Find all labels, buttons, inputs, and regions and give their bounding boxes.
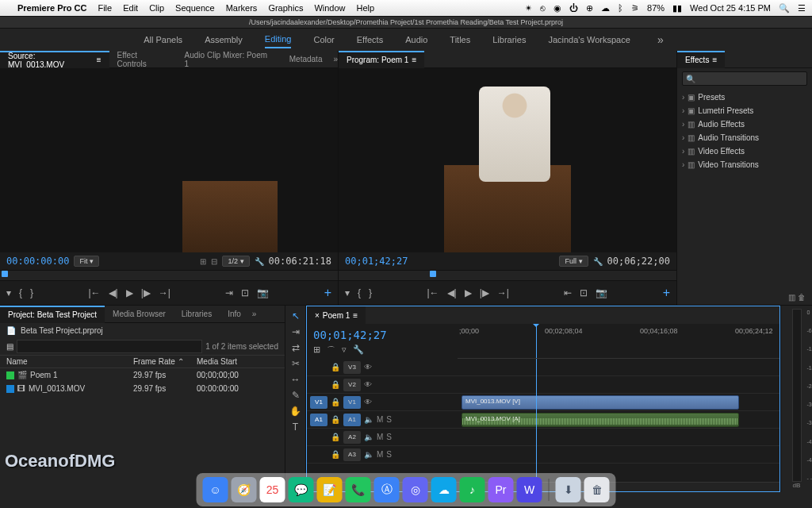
snap-icon[interactable]: ⊞ [313, 344, 320, 356]
program-scrubber[interactable] [339, 270, 676, 281]
playhead-icon[interactable] [536, 324, 537, 358]
project-row[interactable]: 🎬Poem 1 29.97 fps 00;00;00;00 [0, 368, 285, 382]
safe-margins-icon[interactable]: ⊟ [211, 257, 217, 266]
tab-sequence[interactable]: × Poem 1 ≡ [307, 306, 366, 324]
tab-info[interactable]: Info [220, 306, 249, 323]
razor-tool-icon[interactable]: ✂ [292, 358, 300, 369]
dock-messages[interactable]: 💬 [289, 477, 314, 502]
effects-search-input[interactable] [695, 75, 803, 83]
status-icon[interactable]: ✴ [525, 3, 532, 13]
dock-spotify[interactable]: ♪ [460, 477, 485, 502]
battery-pct[interactable]: 87% [647, 3, 665, 13]
wifi-icon[interactable]: ⚞ [631, 3, 639, 13]
clock[interactable]: Wed Oct 25 4:15 PM [690, 3, 771, 13]
go-out-icon[interactable]: →| [159, 287, 170, 298]
ws-overflow[interactable]: » [653, 33, 668, 46]
play-icon[interactable]: ▶ [465, 287, 472, 298]
track-v3[interactable]: 🔒V3👁 [307, 359, 458, 376]
ws-audio[interactable]: Audio [405, 32, 427, 48]
step-back-icon[interactable]: ◀| [109, 287, 118, 298]
tab-metadata[interactable]: Metadata [282, 51, 331, 68]
extract-icon[interactable]: ⊡ [580, 287, 588, 298]
play-icon[interactable]: ▶ [126, 287, 133, 298]
ws-all-panels[interactable]: All Panels [144, 32, 182, 48]
tab-libraries[interactable]: Libraries [174, 306, 220, 323]
marker-icon[interactable]: ▾ [6, 287, 11, 298]
dock-trash[interactable]: 🗑 [584, 477, 610, 502]
tab-program[interactable]: Program: Poem 1 ≡ [339, 51, 424, 68]
dock-facetime[interactable]: 📞 [346, 477, 371, 502]
ws-assembly[interactable]: Assembly [205, 32, 243, 48]
add-button-icon[interactable]: + [324, 286, 331, 300]
tab-effect-controls[interactable]: Effect Controls [109, 51, 177, 68]
marker-icon[interactable]: ▾ [345, 287, 350, 298]
menu-file[interactable]: File [98, 3, 112, 13]
ws-color[interactable]: Color [313, 32, 334, 48]
clip-audio[interactable]: MVI_0013.MOV [A] [462, 413, 739, 427]
track-a2[interactable]: 🔒A2🔈MS [307, 429, 458, 446]
step-back-icon[interactable]: ◀| [447, 287, 457, 298]
timeline-clips-area[interactable]: MVI_0013.MOV [V] MVI_0013.MOV [A] [458, 359, 779, 482]
effects-item-lumetri[interactable]: ›▣Lumetri Presets [677, 104, 812, 117]
source-video[interactable] [0, 68, 338, 252]
go-out-icon[interactable]: →| [497, 287, 509, 298]
bluetooth-icon[interactable]: ᛒ [618, 3, 623, 13]
panel-menu-icon[interactable]: ≡ [412, 56, 416, 64]
tab-media-browser[interactable]: Media Browser [105, 306, 174, 323]
panel-menu-icon[interactable]: ≡ [353, 311, 358, 320]
safe-margins-icon[interactable]: ⊞ [200, 257, 206, 266]
menu-edit[interactable]: Edit [123, 3, 138, 13]
effects-item-audio-tr[interactable]: ›▥Audio Transitions [677, 131, 812, 144]
lift-icon[interactable]: ⇤ [564, 287, 572, 298]
effects-search[interactable]: 🔍 [682, 71, 807, 86]
overflow-icon[interactable]: » [252, 310, 257, 318]
insert-icon[interactable]: ⇥ [225, 287, 233, 298]
dock-app[interactable]: ◎ [403, 477, 428, 502]
menu-window[interactable]: Window [314, 3, 345, 13]
menu-help[interactable]: Help [357, 3, 375, 13]
slip-tool-icon[interactable]: ↔ [291, 374, 301, 385]
menu-clip[interactable]: Clip [149, 3, 164, 13]
status-icon[interactable]: ⎋ [540, 3, 546, 13]
tab-source[interactable]: Source: MVI_0013.MOV ≡ [0, 51, 109, 68]
col-start[interactable]: Media Start [197, 357, 260, 366]
overflow-icon[interactable]: » [333, 55, 338, 64]
overwrite-icon[interactable]: ⊡ [241, 287, 249, 298]
dock-downloads[interactable]: ⬇ [556, 477, 581, 502]
track-select-tool-icon[interactable]: ⇥ [292, 326, 300, 337]
spotlight-icon[interactable]: 🔍 [779, 3, 790, 13]
project-row[interactable]: 🎞MVI_0013.MOV 29.97 fps 00:00:00:00 [0, 382, 285, 395]
clip-video[interactable]: MVI_0013.MOV [V] [462, 395, 739, 410]
status-icon[interactable]: ⏻ [569, 3, 578, 13]
ws-libraries[interactable]: Libraries [492, 32, 526, 48]
battery-icon[interactable]: ▮▮ [672, 3, 682, 13]
program-tc-in[interactable]: 00;01;42;27 [345, 256, 408, 267]
track-v1[interactable]: V1🔒V1👁 [307, 394, 458, 411]
settings-icon[interactable]: 🔧 [593, 257, 603, 266]
dock-appstore[interactable]: Ⓐ [374, 477, 400, 502]
dock-word[interactable]: W [517, 477, 542, 502]
dock-safari[interactable]: 🧭 [232, 477, 257, 502]
link-icon[interactable]: ⌒ [327, 344, 335, 356]
source-res[interactable]: 1/2 ▾ [222, 256, 249, 267]
go-in-icon[interactable]: |← [427, 287, 439, 298]
playhead-line[interactable] [536, 359, 537, 482]
export-frame-icon[interactable]: 📷 [596, 287, 607, 298]
dock-notes[interactable]: 📝 [317, 477, 343, 502]
status-icon[interactable]: ☁ [601, 3, 610, 13]
step-fwd-icon[interactable]: |▶ [141, 287, 151, 298]
dock-calendar[interactable]: 25 [260, 477, 285, 502]
mark-out-icon[interactable]: } [30, 287, 33, 298]
settings-icon[interactable]: 🔧 [353, 344, 364, 356]
ws-titles[interactable]: Titles [450, 32, 470, 48]
program-fit[interactable]: Full ▾ [559, 256, 588, 267]
effects-item-presets[interactable]: ›▣Presets [677, 90, 812, 104]
settings-icon[interactable]: 🔧 [255, 257, 264, 266]
filter-icon[interactable]: ▤ [6, 342, 13, 351]
panel-menu-icon[interactable]: ≡ [712, 56, 717, 64]
ripple-tool-icon[interactable]: ⇄ [292, 342, 300, 353]
export-frame-icon[interactable]: 📷 [257, 287, 269, 298]
menu-markers[interactable]: Markers [226, 3, 258, 13]
status-icon[interactable]: ⊕ [586, 3, 593, 13]
dock-premiere[interactable]: Pr [488, 477, 514, 502]
